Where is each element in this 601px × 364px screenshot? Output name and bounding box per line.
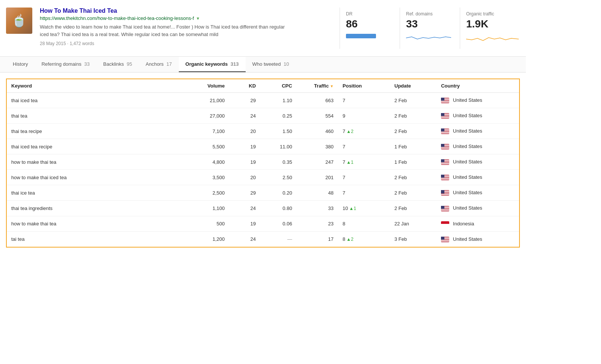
cell-traffic: 201 <box>297 170 338 185</box>
cell-keyword: thai iced tea <box>6 93 183 108</box>
cell-update: 2 Feb <box>390 108 436 124</box>
cell-volume: 2,500 <box>183 185 229 201</box>
col-header-cpc[interactable]: CPC <box>260 79 297 93</box>
cell-update: 2 Feb <box>390 201 436 216</box>
dr-label: DR <box>346 11 394 17</box>
cell-position: 10▲1 <box>338 201 390 216</box>
organic-traffic-chart <box>466 32 514 44</box>
table-row: tai tea 1,200 24 — 17 8▲2 3 Feb United S… <box>6 231 519 247</box>
dr-chart <box>346 34 394 45</box>
flag-icon <box>441 175 449 180</box>
stat-organic-traffic: Organic traffic 1.9K <box>460 8 520 49</box>
tab-organic-keywords[interactable]: Organic keywords 313 <box>179 57 246 72</box>
col-header-update: Update <box>390 79 436 93</box>
country-name: United States <box>453 113 482 118</box>
cell-country: United States <box>436 139 519 154</box>
tab-referring-domains[interactable]: Referring domains 33 <box>35 57 96 72</box>
cell-kd: 29 <box>229 185 260 201</box>
cell-kd: 24 <box>229 201 260 216</box>
cell-kd: 20 <box>229 124 260 139</box>
cell-country: Indonesia <box>436 216 519 231</box>
table-row: thai tea recipe 7,100 20 1.50 460 7▲2 2 … <box>6 124 519 139</box>
cell-keyword: thai tea recipe <box>6 124 183 139</box>
country-name: United States <box>453 174 482 180</box>
table-section: Keyword Volume KD CPC Traffic▼ Position … <box>0 72 526 254</box>
article-stats: DR 86 Ref. domains 33 Organic traffic 1.… <box>340 8 520 49</box>
flag-icon <box>441 237 449 242</box>
flag-icon <box>441 206 449 211</box>
tab-count: 95 <box>125 61 132 67</box>
table-row: thai tea ingredients 1,100 24 0.80 33 10… <box>6 201 519 216</box>
cell-update: 2 Feb <box>390 93 436 108</box>
cell-kd: 29 <box>229 93 260 108</box>
cell-traffic: 380 <box>297 139 338 154</box>
col-header-kd[interactable]: KD <box>229 79 260 93</box>
dr-value: 86 <box>346 18 394 30</box>
dropdown-arrow-icon[interactable]: ▼ <box>196 16 200 21</box>
thumbnail-image <box>6 8 32 34</box>
cell-volume: 7,100 <box>183 124 229 139</box>
flag-icon <box>441 113 449 119</box>
col-header-traffic[interactable]: Traffic▼ <box>297 79 338 93</box>
stat-ref-domains: Ref. domains 33 <box>400 8 460 49</box>
cell-volume: 5,500 <box>183 139 229 154</box>
tab-backlinks[interactable]: Backlinks 95 <box>97 57 139 72</box>
article-thumbnail <box>6 8 32 34</box>
cell-cpc: 0.20 <box>260 185 297 201</box>
tab-who-tweeted[interactable]: Who tweeted 10 <box>246 57 296 72</box>
cell-country: United States <box>436 201 519 216</box>
cell-keyword: tai tea <box>6 231 183 247</box>
cell-kd: 24 <box>229 108 260 124</box>
cell-country: United States <box>436 231 519 247</box>
cell-position: 7 <box>338 93 390 108</box>
article-title[interactable]: How To Make Thai Iced Tea <box>40 8 332 14</box>
flag-icon <box>441 144 449 150</box>
tab-count: 10 <box>282 61 289 67</box>
cell-kd: 19 <box>229 139 260 154</box>
cell-kd: 19 <box>229 216 260 231</box>
col-header-country: Country <box>436 79 519 93</box>
cell-volume: 1,100 <box>183 201 229 216</box>
tab-anchors[interactable]: Anchors 17 <box>139 57 179 72</box>
cell-volume: 1,200 <box>183 231 229 247</box>
cell-keyword: how to make thai tea <box>6 216 183 231</box>
tab-count: 33 <box>83 61 90 67</box>
cell-keyword: thai ice tea <box>6 185 183 201</box>
table-row: how to make thai iced tea 3,500 20 2.50 … <box>6 170 519 185</box>
cell-cpc: 1.10 <box>260 93 297 108</box>
cell-position: 7 <box>338 185 390 201</box>
cell-update: 2 Feb <box>390 170 436 185</box>
tabs-section: HistoryReferring domains 33Backlinks 95A… <box>0 57 526 72</box>
article-description: Watch the video to learn how to make Tha… <box>40 23 288 38</box>
cell-update: 22 Jan <box>390 216 436 231</box>
tab-history[interactable]: History <box>6 57 35 72</box>
cell-keyword: thai iced tea recipe <box>6 139 183 154</box>
cell-cpc: 2.50 <box>260 170 297 185</box>
cell-position: 8▲2 <box>338 231 390 247</box>
cell-country: United States <box>436 154 519 170</box>
position-change: ▲1 <box>349 206 356 211</box>
position-change: ▲1 <box>346 160 353 165</box>
cell-volume: 27,000 <box>183 108 229 124</box>
cell-traffic: 460 <box>297 124 338 139</box>
article-url: https://www.thekitchn.com/how-to-make-th… <box>40 15 332 21</box>
flag-icon <box>441 128 449 134</box>
sort-arrow-icon: ▼ <box>330 84 334 88</box>
cell-update: 2 Feb <box>390 185 436 201</box>
flag-icon <box>441 190 449 196</box>
cell-keyword: how to make thai iced tea <box>6 170 183 185</box>
country-name: United States <box>453 143 482 149</box>
article-info: How To Make Thai Iced Tea https://www.th… <box>40 8 332 49</box>
cell-update: 1 Feb <box>390 139 436 154</box>
country-name: United States <box>453 97 482 103</box>
cell-traffic: 48 <box>297 185 338 201</box>
organic-traffic-label: Organic traffic <box>466 11 514 17</box>
flag-icon <box>441 221 449 227</box>
cell-country: United States <box>436 170 519 185</box>
cell-update: 2 Feb <box>390 124 436 139</box>
cell-cpc: 11.00 <box>260 139 297 154</box>
col-header-volume[interactable]: Volume <box>183 79 229 93</box>
cell-traffic: 23 <box>297 216 338 231</box>
table-row: thai tea 27,000 24 0.25 554 9 2 Feb Unit… <box>6 108 519 124</box>
cell-position: 7 <box>338 139 390 154</box>
